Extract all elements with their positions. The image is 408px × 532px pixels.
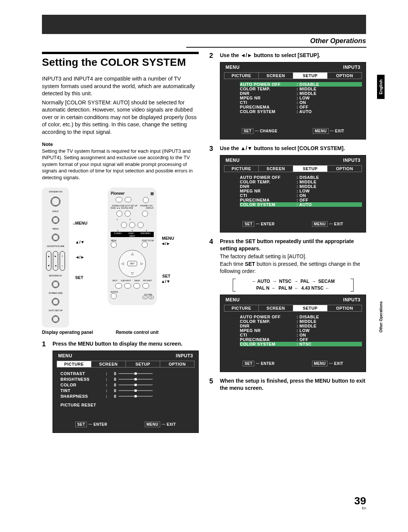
osd-row: CTI: ON <box>240 333 362 337</box>
set-knob-icon <box>52 281 59 288</box>
intro-paragraph-1: INPUT3 and INPUT4 are compatible with a … <box>42 75 199 98</box>
osd-tab: PICTURE <box>224 165 258 172</box>
osd-picture-row: BRIGHTNESS:0 <box>60 376 195 382</box>
num-4-button <box>129 222 135 228</box>
standby-label: STANDBY/ON <box>49 191 62 193</box>
osd-row: PURECINEMA: OFF <box>240 337 362 342</box>
osd-tab: PICTURE <box>57 361 91 368</box>
section-header: Other Operations <box>310 37 366 45</box>
top-dark-bar <box>42 15 366 34</box>
osd-tab: SCREEN <box>258 305 293 312</box>
menu-label: MENU <box>53 228 59 230</box>
leftright-rocker-icon: ► ◄ <box>53 251 58 271</box>
osd-row: COLOR TEMP.: MIDDLE <box>240 180 362 184</box>
osd-row: AUTO POWER OFF: DISABLE <box>240 315 362 319</box>
plus-icon: + <box>62 255 63 257</box>
step1-heading: Press the MENU button to display the men… <box>53 340 199 347</box>
osd-tab: PICTURE <box>224 72 258 79</box>
osd-row: COLOR TEMP.: MIDDLE <box>240 319 362 324</box>
title-rule <box>42 52 199 54</box>
osd-row: DNR: MIDDLE <box>240 184 362 189</box>
brand-label: Pioneer <box>111 191 125 195</box>
osd-row: DNR: MIDDLE <box>240 91 362 96</box>
side-tab-language: English <box>377 75 385 99</box>
osd-row: CTI: ON <box>240 100 362 105</box>
adjust-label: ADJUST/VOLUME <box>47 245 64 247</box>
osd-tab: SETUP <box>293 72 327 79</box>
callout-set-remote: SET <box>162 274 170 278</box>
input-label: INPUT <box>53 210 59 212</box>
osd-tab: OPTION <box>327 165 362 172</box>
screensize-label: SCREEN SIZE <box>49 292 63 294</box>
osd-tab: OPTION <box>327 72 362 79</box>
remote-set-button: SET <box>127 261 137 266</box>
osd-row: MPEG NR: LOW <box>240 189 362 193</box>
page-title: Setting the COLOR SYSTEM <box>42 56 199 68</box>
step4-sub2: Each time SET button is pressed, the set… <box>220 261 366 275</box>
osd-row: AUTO POWER OFF: DISABLE <box>240 175 362 180</box>
osd-tab: OPTION <box>160 361 195 368</box>
osd-tab: SCREEN <box>258 72 293 79</box>
fig-caption-panel: Display operating panel <box>42 330 93 335</box>
callout-menu: MENU <box>75 221 87 225</box>
updown-rocker-icon: ▲ ▼ <box>46 251 51 271</box>
steps-left: Press the MENU button to display the men… <box>42 340 199 433</box>
osd-tab: SCREEN <box>258 165 293 172</box>
fig-caption-remote: Remote control unit <box>116 330 158 335</box>
volume-rocker-icon: + – <box>60 251 65 271</box>
osd-row: MPEG NR: LOW <box>240 328 362 333</box>
down-arrow-icon: ▼ <box>48 264 50 267</box>
osd-menu-setup-3: MENUINPUT3 PICTURESCREENSETUPOPTION AUTO… <box>220 295 366 372</box>
callout-updown-remote: ▲/▼ <box>161 279 170 284</box>
autosetup-knob-icon <box>52 315 59 323</box>
page-number: 39 En <box>354 495 366 510</box>
osd-picture-row: CONTRAST:0 <box>60 371 195 376</box>
step4-heading: Press the SET button repeatedly until th… <box>220 238 366 252</box>
osd-row: COLOR SYSTEM: NTSC <box>240 342 362 346</box>
step3-heading: Use the ▲/▼ buttons to select [COLOR SYS… <box>220 145 366 152</box>
osd-menu-setup-1: MENUINPUT3 PICTURESCREENSETUPOPTION AUTO… <box>220 62 366 140</box>
osd-row: COLOR TEMP.: MIDDLE <box>240 87 362 91</box>
standby-knob-icon <box>51 197 60 206</box>
autosetup-label: AUTO SET UP <box>49 309 63 312</box>
minus-icon: – <box>62 264 63 267</box>
osd-row: COLOR SYSTEM: AUTO <box>240 109 362 114</box>
menu-knob-icon <box>52 234 59 241</box>
callout-leftright: ◄/► <box>75 255 85 259</box>
callout-set: SET <box>75 275 83 280</box>
osd-picture-row: SHARPNESS:0 <box>60 393 195 399</box>
osd-picture-row: TINT:0 <box>60 388 195 393</box>
osd-menu-picture: MENUINPUT3 PICTURESCREENSETUPOPTION CONT… <box>53 351 199 433</box>
osd-row: AUTO POWER OFF: DISABLE <box>240 82 362 87</box>
osd-row: COLOR SYSTEM: AUTO <box>240 202 362 207</box>
num-5-button <box>138 222 144 228</box>
osd-row: CTI: ON <box>240 193 362 198</box>
dpad-icon: △▽◁▷ SET <box>119 250 146 277</box>
num-1-button <box>116 211 122 217</box>
num-3-button <box>121 222 127 228</box>
up-arrow-icon: ▲ <box>48 255 50 257</box>
right-arrow-icon: ► <box>54 255 57 257</box>
section-rule <box>186 47 366 48</box>
osd-tab: SETUP <box>293 305 327 312</box>
remote-diagram: Pioneer ▦ SCREEN SIZE AUTO SET UP STANDB… <box>108 188 157 305</box>
osd-picture-row: COLOR:0 <box>60 382 195 388</box>
remote-pointzoom-button <box>142 242 148 248</box>
step5-heading: When the setup is finished, press the ME… <box>220 377 366 392</box>
color-system-cycle: → AUTO NTSC PAL SECAM PAL N PAL M 4.43 N <box>233 279 354 292</box>
callout-menu-remote: MENU <box>162 236 174 240</box>
osd-row: MPEG NR: LOW <box>240 96 362 100</box>
remote-menu-button <box>111 242 117 248</box>
setdisplay-label: SET/DISPLAY <box>49 275 62 277</box>
step2-heading: Use the ◄/► buttons to select [SETUP]. <box>220 52 366 59</box>
devices-figure: STANDBY/ON INPUT MENU ADJUST/VOLUME ▲ ▼ … <box>42 188 199 327</box>
osd-row: PURECINEMA: OFF <box>240 105 362 109</box>
vol-plus-button: + <box>148 296 154 299</box>
osd-row: DNR: MIDDLE <box>240 324 362 328</box>
display-panel-diagram: STANDBY/ON INPUT MENU ADJUST/VOLUME ▲ ▼ … <box>42 188 69 327</box>
osd-tab: PICTURE <box>224 305 258 312</box>
steps-right: Use the ◄/► buttons to select [SETUP]. M… <box>209 52 366 392</box>
osd-menu-setup-2: MENUINPUT3 PICTURESCREENSETUPOPTION AUTO… <box>220 155 366 233</box>
muting-button <box>111 293 117 299</box>
callout-leftright-remote: ◄/► <box>161 241 170 246</box>
